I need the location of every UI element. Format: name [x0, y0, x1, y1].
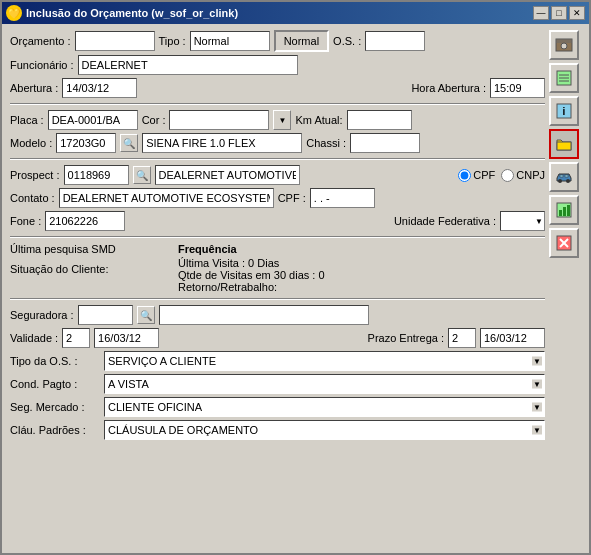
btn-folder[interactable] — [549, 129, 579, 159]
ultima-visita-label: Última Visita : — [178, 257, 245, 269]
prazo-label: Prazo Entrega : — [368, 332, 444, 344]
cnpj-radio-text: CNPJ — [516, 169, 545, 181]
unidade-fed-select[interactable] — [500, 211, 545, 231]
cond-pagto-label: Cond. Pagto : — [10, 378, 100, 390]
svg-rect-17 — [567, 205, 570, 216]
row-contato: Contato : CPF : — [10, 188, 545, 208]
row-placa: Placa : Cor : ▼ Km Atual: — [10, 110, 545, 130]
seg-mercado-select[interactable]: CLIENTE OFICINA FROTAS — [104, 397, 545, 417]
tipo-os-select[interactable]: SERVIÇO A CLIENTE GARANTIA INTERNO — [104, 351, 545, 371]
cpf-radio-text: CPF — [473, 169, 495, 181]
maximize-button[interactable]: □ — [551, 6, 567, 20]
unidade-fed-wrapper — [500, 211, 545, 231]
cnpj-radio-label[interactable]: CNPJ — [501, 169, 545, 182]
row-seguradora: Seguradora : 🔍 — [10, 305, 545, 325]
cpf-radio[interactable] — [458, 169, 471, 182]
cor-input[interactable] — [169, 110, 269, 130]
cpf-radio-label[interactable]: CPF — [458, 169, 495, 182]
row-orcamento: Orçamento : Tipo : Normal O.S. : — [10, 30, 545, 52]
hora-abertura-input[interactable] — [490, 78, 545, 98]
delete-icon — [556, 235, 572, 251]
prospect-name-input[interactable] — [155, 165, 300, 185]
situacao-label: Situação do Cliente: — [10, 263, 108, 275]
chassi-label: Chassi : — [306, 137, 346, 149]
situacao-row: Situação do Cliente: — [10, 259, 170, 279]
minimize-button[interactable]: — — [533, 6, 549, 20]
title-bar: 💛 Inclusão do Orçamento (w_sof_or_clink)… — [2, 2, 589, 24]
km-label: Km Atual: — [295, 114, 342, 126]
validade-num-input[interactable] — [62, 328, 90, 348]
retorno-row: Retorno/Retrabalho: — [178, 281, 545, 293]
cor-label: Cor : — [142, 114, 166, 126]
ultima-visita-value: 0 Dias — [248, 257, 279, 269]
cor-dropdown-button[interactable]: ▼ — [273, 110, 291, 130]
qtde-visitas-value: 0 — [318, 269, 324, 281]
frequencia-section: Frequência Última Visita : 0 Dias Qtde d… — [178, 243, 545, 293]
svg-rect-13 — [565, 175, 568, 177]
seguradora-code-input[interactable] — [78, 305, 133, 325]
list-icon — [556, 70, 572, 86]
cond-pagto-select[interactable]: A VISTA A PRAZO — [104, 374, 545, 394]
btn-chart[interactable] — [549, 195, 579, 225]
svg-rect-16 — [563, 207, 566, 216]
close-button[interactable]: ✕ — [569, 6, 585, 20]
tipo-normal-button[interactable]: Normal — [274, 30, 329, 52]
tipo-label: Tipo : — [159, 35, 186, 47]
ultima-pesquisa-text: Última pesquisa SMD — [10, 243, 170, 255]
validade-label: Validade : — [10, 332, 58, 344]
modelo-code-input[interactable] — [56, 133, 116, 153]
btn-delete[interactable] — [549, 228, 579, 258]
prospect-code-input[interactable] — [64, 165, 129, 185]
contato-input[interactable] — [59, 188, 274, 208]
chart-icon — [556, 202, 572, 218]
prazo-num-input[interactable] — [448, 328, 476, 348]
seguradora-search-button[interactable]: 🔍 — [137, 306, 155, 324]
row-smd: Última pesquisa SMD Situação do Cliente:… — [10, 243, 545, 293]
contato-label: Contato : — [10, 192, 55, 204]
cnpj-radio[interactable] — [501, 169, 514, 182]
chassi-input[interactable] — [350, 133, 420, 153]
separator-3 — [10, 236, 545, 238]
modelo-search-button[interactable]: 🔍 — [120, 134, 138, 152]
qtde-visitas-row: Qtde de Visitas em 30 dias : 0 — [178, 269, 545, 281]
tipo-os-wrapper: SERVIÇO A CLIENTE GARANTIA INTERNO — [104, 351, 545, 371]
seg-mercado-label: Seg. Mercado : — [10, 401, 100, 413]
tipo-input[interactable] — [190, 31, 270, 51]
row-cond-pagto: Cond. Pagto : A VISTA A PRAZO — [10, 374, 545, 394]
sidebar-buttons: i — [549, 30, 581, 547]
retorno-label: Retorno/Retrabalho: — [178, 281, 277, 293]
funcionario-label: Funcionário : — [10, 59, 74, 71]
modelo-name-input[interactable] — [142, 133, 302, 153]
placa-label: Placa : — [10, 114, 44, 126]
km-input[interactable] — [347, 110, 412, 130]
btn-car[interactable] — [549, 162, 579, 192]
separator-4 — [10, 298, 545, 300]
orcamento-input[interactable] — [75, 31, 155, 51]
clau-padroes-select[interactable]: CLÁUSULA DE ORÇAMENTO — [104, 420, 545, 440]
prazo-date-input[interactable] — [480, 328, 545, 348]
folder-icon — [556, 136, 572, 152]
prospect-search-button[interactable]: 🔍 — [133, 166, 151, 184]
btn-list[interactable] — [549, 63, 579, 93]
cpf-field-input[interactable] — [310, 188, 375, 208]
funcionario-input[interactable] — [78, 55, 298, 75]
unidade-fed-label: Unidade Federativa : — [394, 215, 496, 227]
row-seg-mercado: Seg. Mercado : CLIENTE OFICINA FROTAS — [10, 397, 545, 417]
fone-input[interactable] — [45, 211, 125, 231]
abertura-label: Abertura : — [10, 82, 58, 94]
svg-point-10 — [558, 179, 562, 183]
os-input[interactable] — [365, 31, 425, 51]
abertura-input[interactable] — [62, 78, 137, 98]
cond-pagto-wrapper: A VISTA A PRAZO — [104, 374, 545, 394]
svg-rect-12 — [560, 175, 563, 177]
validade-date-input[interactable] — [94, 328, 159, 348]
main-window: 💛 Inclusão do Orçamento (w_sof_or_clink)… — [0, 0, 591, 555]
seguradora-name-input[interactable] — [159, 305, 369, 325]
placa-input[interactable] — [48, 110, 138, 130]
svg-point-11 — [566, 179, 570, 183]
cpf-cnpj-group: CPF CNPJ — [458, 169, 545, 182]
btn-photo[interactable] — [549, 30, 579, 60]
svg-point-2 — [561, 43, 567, 49]
btn-info[interactable]: i — [549, 96, 579, 126]
fone-label: Fone : — [10, 215, 41, 227]
